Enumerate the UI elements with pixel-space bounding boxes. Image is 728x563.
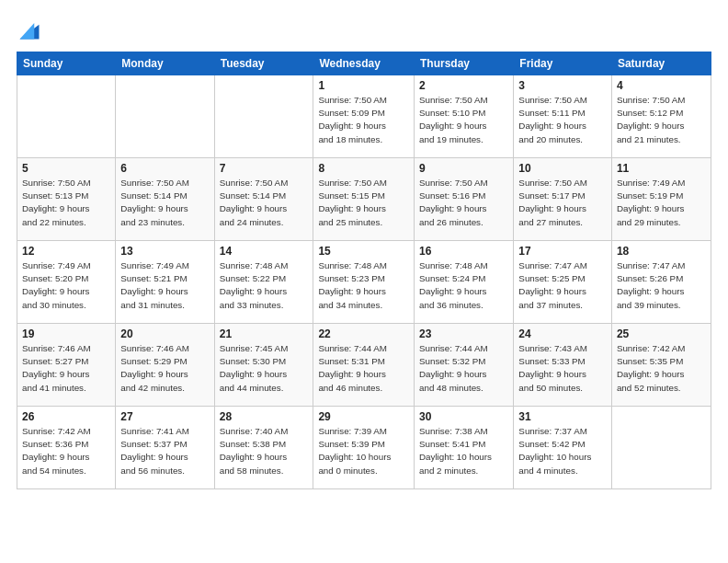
calendar-cell: 16Sunrise: 7:48 AM Sunset: 5:24 PM Dayli…: [415, 241, 514, 324]
day-number: 4: [617, 79, 706, 92]
calendar-cell: 8Sunrise: 7:50 AM Sunset: 5:15 PM Daylig…: [313, 158, 415, 241]
day-info: Sunrise: 7:45 AM Sunset: 5:30 PM Dayligh…: [220, 342, 309, 395]
calendar-cell: 11Sunrise: 7:49 AM Sunset: 5:19 PM Dayli…: [611, 158, 711, 241]
day-number: 18: [617, 245, 706, 258]
day-info: Sunrise: 7:48 AM Sunset: 5:22 PM Dayligh…: [220, 259, 309, 312]
calendar-cell: 31Sunrise: 7:37 AM Sunset: 5:42 PM Dayli…: [514, 407, 612, 489]
calendar-cell: 29Sunrise: 7:39 AM Sunset: 5:39 PM Dayli…: [313, 407, 415, 489]
calendar-cell: 14Sunrise: 7:48 AM Sunset: 5:22 PM Dayli…: [214, 241, 313, 324]
calendar-cell: 30Sunrise: 7:38 AM Sunset: 5:41 PM Dayli…: [415, 407, 514, 489]
header: [17, 17, 711, 42]
calendar-cell: 21Sunrise: 7:45 AM Sunset: 5:30 PM Dayli…: [214, 324, 313, 407]
calendar-cell: 19Sunrise: 7:46 AM Sunset: 5:27 PM Dayli…: [17, 324, 116, 407]
day-info: Sunrise: 7:50 AM Sunset: 5:16 PM Dayligh…: [419, 177, 508, 229]
day-number: 25: [617, 327, 706, 340]
day-number: 28: [220, 410, 309, 423]
day-number: 10: [518, 162, 607, 175]
calendar-cell: [116, 75, 214, 158]
day-number: 2: [419, 79, 508, 92]
day-number: 11: [617, 162, 706, 175]
calendar-table: SundayMondayTuesdayWednesdayThursdayFrid…: [17, 52, 711, 489]
calendar-cell: 24Sunrise: 7:43 AM Sunset: 5:33 PM Dayli…: [514, 324, 612, 407]
calendar-cell: 6Sunrise: 7:50 AM Sunset: 5:14 PM Daylig…: [116, 158, 214, 241]
day-number: 30: [419, 410, 508, 423]
calendar-cell: 23Sunrise: 7:44 AM Sunset: 5:32 PM Dayli…: [415, 324, 514, 407]
weekday-header-thursday: Thursday: [415, 52, 514, 75]
day-number: 16: [419, 245, 508, 258]
week-row-4: 19Sunrise: 7:46 AM Sunset: 5:27 PM Dayli…: [17, 324, 711, 407]
day-info: Sunrise: 7:49 AM Sunset: 5:19 PM Dayligh…: [617, 177, 706, 229]
day-info: Sunrise: 7:50 AM Sunset: 5:10 PM Dayligh…: [419, 94, 508, 146]
calendar-cell: 22Sunrise: 7:44 AM Sunset: 5:31 PM Dayli…: [313, 324, 415, 407]
calendar-cell: 12Sunrise: 7:49 AM Sunset: 5:20 PM Dayli…: [17, 241, 116, 324]
day-number: 17: [518, 245, 607, 258]
weekday-header-saturday: Saturday: [611, 52, 711, 75]
day-info: Sunrise: 7:50 AM Sunset: 5:12 PM Dayligh…: [617, 94, 706, 146]
day-number: 21: [220, 327, 309, 340]
day-info: Sunrise: 7:50 AM Sunset: 5:15 PM Dayligh…: [318, 177, 409, 229]
day-number: 31: [518, 410, 607, 423]
logo-icon: [17, 17, 42, 42]
calendar-cell: 28Sunrise: 7:40 AM Sunset: 5:38 PM Dayli…: [214, 407, 313, 489]
calendar-cell: 7Sunrise: 7:50 AM Sunset: 5:14 PM Daylig…: [214, 158, 313, 241]
day-info: Sunrise: 7:43 AM Sunset: 5:33 PM Dayligh…: [518, 342, 607, 395]
day-number: 29: [318, 410, 409, 423]
day-number: 27: [120, 410, 209, 423]
day-number: 6: [120, 162, 209, 175]
calendar-cell: 18Sunrise: 7:47 AM Sunset: 5:26 PM Dayli…: [611, 241, 711, 324]
calendar-cell: 9Sunrise: 7:50 AM Sunset: 5:16 PM Daylig…: [415, 158, 514, 241]
day-info: Sunrise: 7:40 AM Sunset: 5:38 PM Dayligh…: [220, 425, 309, 477]
svg-marker-1: [20, 23, 35, 40]
day-info: Sunrise: 7:47 AM Sunset: 5:26 PM Dayligh…: [617, 259, 706, 312]
calendar-cell: [214, 75, 313, 158]
day-info: Sunrise: 7:41 AM Sunset: 5:37 PM Dayligh…: [120, 425, 209, 477]
day-info: Sunrise: 7:37 AM Sunset: 5:42 PM Dayligh…: [518, 425, 607, 477]
day-number: 12: [22, 245, 110, 258]
week-row-3: 12Sunrise: 7:49 AM Sunset: 5:20 PM Dayli…: [17, 241, 711, 324]
day-number: 5: [22, 162, 110, 175]
calendar-cell: [17, 75, 116, 158]
day-info: Sunrise: 7:50 AM Sunset: 5:11 PM Dayligh…: [518, 94, 607, 146]
day-info: Sunrise: 7:38 AM Sunset: 5:41 PM Dayligh…: [419, 425, 508, 477]
day-info: Sunrise: 7:49 AM Sunset: 5:21 PM Dayligh…: [120, 259, 209, 312]
week-row-2: 5Sunrise: 7:50 AM Sunset: 5:13 PM Daylig…: [17, 158, 711, 241]
calendar-cell: 13Sunrise: 7:49 AM Sunset: 5:21 PM Dayli…: [116, 241, 214, 324]
calendar-cell: [611, 407, 711, 489]
calendar-cell: 20Sunrise: 7:46 AM Sunset: 5:29 PM Dayli…: [116, 324, 214, 407]
calendar-cell: 10Sunrise: 7:50 AM Sunset: 5:17 PM Dayli…: [514, 158, 612, 241]
day-number: 13: [120, 245, 209, 258]
day-number: 22: [318, 327, 409, 340]
calendar-cell: 3Sunrise: 7:50 AM Sunset: 5:11 PM Daylig…: [514, 75, 612, 158]
day-number: 7: [220, 162, 309, 175]
page: SundayMondayTuesdayWednesdayThursdayFrid…: [0, 0, 728, 563]
calendar-cell: 27Sunrise: 7:41 AM Sunset: 5:37 PM Dayli…: [116, 407, 214, 489]
day-info: Sunrise: 7:39 AM Sunset: 5:39 PM Dayligh…: [318, 425, 409, 477]
day-info: Sunrise: 7:42 AM Sunset: 5:35 PM Dayligh…: [617, 342, 706, 395]
calendar-cell: 26Sunrise: 7:42 AM Sunset: 5:36 PM Dayli…: [17, 407, 116, 489]
calendar-cell: 4Sunrise: 7:50 AM Sunset: 5:12 PM Daylig…: [611, 75, 711, 158]
week-row-5: 26Sunrise: 7:42 AM Sunset: 5:36 PM Dayli…: [17, 407, 711, 489]
day-info: Sunrise: 7:49 AM Sunset: 5:20 PM Dayligh…: [22, 259, 110, 312]
week-row-1: 1Sunrise: 7:50 AM Sunset: 5:09 PM Daylig…: [17, 75, 711, 158]
weekday-header-wednesday: Wednesday: [313, 52, 415, 75]
calendar-cell: 17Sunrise: 7:47 AM Sunset: 5:25 PM Dayli…: [514, 241, 612, 324]
weekday-header-tuesday: Tuesday: [214, 52, 313, 75]
weekday-header-row: SundayMondayTuesdayWednesdayThursdayFrid…: [17, 52, 711, 75]
day-number: 9: [419, 162, 508, 175]
day-info: Sunrise: 7:48 AM Sunset: 5:23 PM Dayligh…: [318, 259, 409, 312]
day-info: Sunrise: 7:48 AM Sunset: 5:24 PM Dayligh…: [419, 259, 508, 312]
day-info: Sunrise: 7:42 AM Sunset: 5:36 PM Dayligh…: [22, 425, 110, 477]
day-number: 14: [220, 245, 309, 258]
day-info: Sunrise: 7:50 AM Sunset: 5:09 PM Dayligh…: [318, 94, 409, 146]
weekday-header-friday: Friday: [514, 52, 612, 75]
day-number: 8: [318, 162, 409, 175]
day-number: 1: [318, 79, 409, 92]
day-number: 26: [22, 410, 110, 423]
day-number: 23: [419, 327, 508, 340]
day-info: Sunrise: 7:46 AM Sunset: 5:27 PM Dayligh…: [22, 342, 110, 395]
day-number: 24: [518, 327, 607, 340]
calendar-cell: 25Sunrise: 7:42 AM Sunset: 5:35 PM Dayli…: [611, 324, 711, 407]
day-info: Sunrise: 7:44 AM Sunset: 5:32 PM Dayligh…: [419, 342, 508, 395]
day-number: 19: [22, 327, 110, 340]
calendar-cell: 2Sunrise: 7:50 AM Sunset: 5:10 PM Daylig…: [415, 75, 514, 158]
